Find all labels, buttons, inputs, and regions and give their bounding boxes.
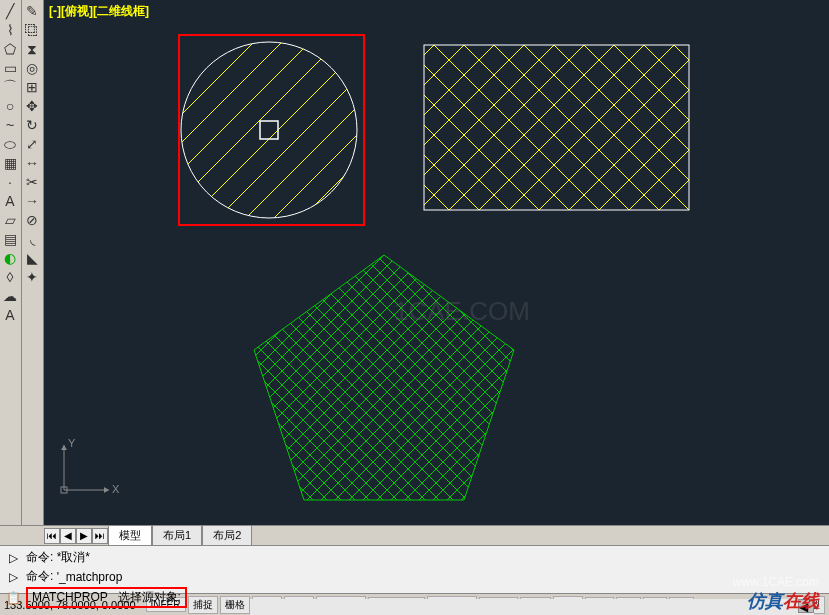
erase-tool-icon[interactable]: ✎	[23, 2, 41, 20]
watermark-center: 1CAE.COM	[394, 296, 530, 326]
cmd-active-highlight: MATCHPROP 选择源对象:	[26, 587, 187, 608]
tab-next-icon[interactable]: ▶	[76, 528, 92, 544]
array-tool-icon[interactable]: ⊞	[23, 78, 41, 96]
cmd-name: MATCHPROP	[32, 590, 108, 604]
boundary-tool-icon[interactable]: ◊	[1, 268, 19, 286]
rect-hatch[interactable]	[424, 45, 689, 210]
cmd-icon: ▷	[4, 550, 22, 566]
cmd-text-1: *取消*	[57, 549, 90, 566]
text-tool-icon[interactable]: A	[1, 192, 19, 210]
cmd-icon: ▷	[4, 569, 22, 585]
circle-hatch[interactable]	[174, 35, 364, 225]
rectangle-tool-icon[interactable]: ▭	[1, 59, 19, 77]
draw-toolbar: ╱ ⌇ ⬠ ▭ ⌒ ○ ~ ⬭ ▦ · A ▱ ▤ ◐ ◊ ☁ A	[0, 0, 22, 525]
tab-layout1[interactable]: 布局1	[152, 525, 202, 546]
ucs-icon: X Y	[54, 435, 124, 505]
polygon-tool-icon[interactable]: ⬠	[1, 40, 19, 58]
tab-model[interactable]: 模型	[108, 525, 152, 546]
fillet-tool-icon[interactable]: ◟	[23, 230, 41, 248]
explode-tool-icon[interactable]: ✦	[23, 268, 41, 286]
chamfer-tool-icon[interactable]: ◣	[23, 249, 41, 267]
svg-marker-13	[104, 487, 109, 493]
point-tool-icon[interactable]: ·	[1, 173, 19, 191]
scale-tool-icon[interactable]: ⤢	[23, 135, 41, 153]
layout-tabs: ⏮ ◀ ▶ ⏭ 模型 布局1 布局2 ◀ 💬 CAD教程AutoCAD	[0, 525, 829, 545]
arc-tool-icon[interactable]: ⌒	[1, 78, 19, 96]
footer-brand: 仿真在线	[747, 589, 819, 613]
svg-rect-10	[174, 35, 364, 225]
rotate-tool-icon[interactable]: ↻	[23, 116, 41, 134]
cmd-prompt: 选择源对象:	[118, 590, 181, 604]
cmd-prefix: 命令:	[26, 549, 53, 566]
break-tool-icon[interactable]: ⊘	[23, 211, 41, 229]
hatch-tool-icon[interactable]: ▦	[1, 154, 19, 172]
modify-toolbar: ✎ ⿻ ⧗ ◎ ⊞ ✥ ↻ ⤢ ↔ ✂ → ⊘ ◟ ◣ ✦	[22, 0, 44, 525]
revcloud-tool-icon[interactable]: ☁	[1, 287, 19, 305]
tab-last-icon[interactable]: ⏭	[92, 528, 108, 544]
region-tool-icon[interactable]: ▱	[1, 211, 19, 229]
trim-tool-icon[interactable]: ✂	[23, 173, 41, 191]
cmd-text-2: '_matchprop	[57, 570, 123, 584]
view-label[interactable]: [-][俯视][二维线框]	[49, 3, 149, 20]
spline-tool-icon[interactable]: ~	[1, 116, 19, 134]
copy-tool-icon[interactable]: ⿻	[23, 21, 41, 39]
line-tool-icon[interactable]: ╱	[1, 2, 19, 20]
drawing-svg: 1CAE.COM	[44, 0, 829, 525]
cmd-prefix: 命令:	[26, 568, 53, 585]
tab-layout2[interactable]: 布局2	[202, 525, 252, 546]
pline-tool-icon[interactable]: ⌇	[1, 21, 19, 39]
circle-tool-icon[interactable]: ○	[1, 97, 19, 115]
ellipse-tool-icon[interactable]: ⬭	[1, 135, 19, 153]
command-window[interactable]: ▷ 命令: *取消* ▷ 命令: '_matchprop 📋 MATCHPROP…	[0, 545, 829, 593]
pentagon-hatch[interactable]	[254, 255, 514, 500]
svg-text:X: X	[112, 483, 120, 495]
cmd-input-icon[interactable]: 📋	[4, 590, 22, 606]
move-tool-icon[interactable]: ✥	[23, 97, 41, 115]
watermark-url: www.1CAE.com	[733, 575, 819, 589]
drawing-canvas[interactable]: [-][俯视][二维线框]	[44, 0, 829, 525]
extend-tool-icon[interactable]: →	[23, 192, 41, 210]
tab-first-icon[interactable]: ⏮	[44, 528, 60, 544]
gradient-tool-icon[interactable]: ◐	[1, 249, 19, 267]
tab-prev-icon[interactable]: ◀	[60, 528, 76, 544]
table-tool-icon[interactable]: ▤	[1, 230, 19, 248]
stretch-tool-icon[interactable]: ↔	[23, 154, 41, 172]
mirror-tool-icon[interactable]: ⧗	[23, 40, 41, 58]
mtext-tool-icon[interactable]: A	[1, 306, 19, 324]
offset-tool-icon[interactable]: ◎	[23, 59, 41, 77]
svg-text:Y: Y	[68, 437, 76, 449]
svg-marker-14	[61, 445, 67, 450]
